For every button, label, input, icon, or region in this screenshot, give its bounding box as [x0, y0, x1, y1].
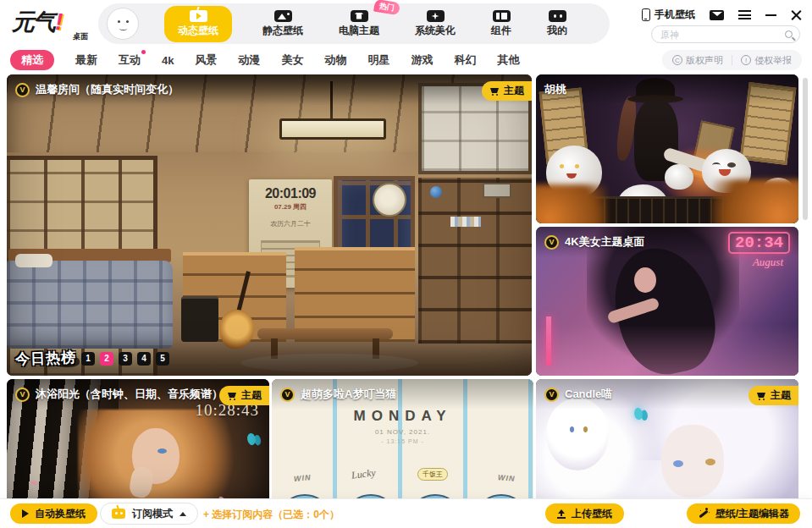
- doraemon-head: [472, 481, 533, 499]
- v-badge-icon: V: [280, 388, 295, 402]
- rice-king-tag: 千饭王: [417, 468, 448, 481]
- hot-badge: 热门: [373, 0, 400, 15]
- wallpaper-card-candle[interactable]: 12:06 V Candle喵 主题: [536, 379, 798, 499]
- tab-system-beautify[interactable]: 系统美化: [410, 7, 461, 41]
- cat-eyes: [570, 426, 574, 432]
- weekday-text: MONDAY: [272, 408, 533, 425]
- auto-change-label: 自动换壁纸: [35, 507, 86, 521]
- user-avatar[interactable]: [107, 8, 139, 40]
- category-4k[interactable]: 4k: [162, 54, 174, 67]
- category-game[interactable]: 游戏: [411, 52, 433, 68]
- tab-label: 系统美化: [415, 24, 456, 38]
- hot-rank-1[interactable]: 1: [81, 352, 95, 366]
- report-link[interactable]: ! 侵权举报: [741, 54, 792, 67]
- hot-rank-2[interactable]: 2: [100, 352, 113, 366]
- card-title: 4K美女主题桌面: [565, 234, 645, 250]
- hot-rank-3[interactable]: 3: [119, 352, 132, 366]
- wallpaper-card-sunshine[interactable]: 10:28:43 V 沐浴阳光（含时钟、日期、音乐频谱） 主题: [7, 379, 269, 499]
- app-window: 元气! 桌面 动态壁纸 静态壁纸 电脑主题 热门 系统美化: [0, 0, 812, 528]
- category-other[interactable]: 其他: [497, 52, 519, 68]
- subscribe-mode-dropdown[interactable]: 订阅模式: [100, 503, 198, 525]
- wallpaper-theme-editor-button[interactable]: 壁纸/主题编辑器: [687, 503, 800, 524]
- mail-icon[interactable]: [710, 10, 724, 20]
- select-subscribe-link[interactable]: + 选择订阅内容（已选：0个）: [203, 508, 340, 522]
- category-star[interactable]: 明星: [367, 52, 389, 68]
- chevron-up-icon: [180, 512, 186, 516]
- category-animal[interactable]: 动物: [324, 52, 346, 68]
- category-featured[interactable]: 精选: [10, 50, 54, 70]
- widget-icon: [493, 10, 511, 22]
- card-header: V 超萌多啦A梦叮当猫: [272, 379, 533, 410]
- category-anime[interactable]: 动漫: [238, 52, 260, 68]
- time-text: - 13:15 PM -: [272, 438, 533, 444]
- app-logo: 元气! 桌面: [12, 7, 93, 42]
- category-beauty[interactable]: 美女: [281, 52, 303, 68]
- upload-wallpaper-button[interactable]: 上传壁纸: [545, 503, 624, 524]
- scrollbar-thumb[interactable]: [803, 78, 808, 220]
- close-icon[interactable]: [791, 9, 802, 20]
- logo-subtext: 桌面: [73, 31, 88, 42]
- card-title: Candle喵: [565, 387, 612, 402]
- category-interactive[interactable]: 互动: [119, 52, 141, 68]
- tab-dynamic-wallpaper[interactable]: 动态壁纸: [164, 6, 232, 42]
- tab-label: 组件: [491, 24, 511, 38]
- search-icon[interactable]: [785, 30, 793, 38]
- bottom-toolbar: 自动换壁纸 订阅模式 + 选择订阅内容（已选：0个） 上传壁纸 壁纸/主题编辑器: [0, 499, 812, 528]
- phone-icon: [642, 8, 650, 21]
- wallpaper-card-doraemon[interactable]: MONDAY 01 NOV, 2021. - 13:15 PM - WIN Lu…: [272, 379, 533, 499]
- neon-month: August: [753, 256, 783, 269]
- blue-eye: [673, 460, 683, 467]
- date-text: 01 NOV, 2021.: [272, 428, 533, 436]
- title-bar: 元气! 桌面 动态壁纸 静态壁纸 电脑主题 热门 系统美化: [0, 0, 812, 47]
- win-flag: WIN: [497, 473, 515, 482]
- wallpaper-card-4k-beauty[interactable]: 20:34 August V 4K美女主题桌面: [536, 227, 798, 376]
- card-title: 超萌多啦A梦叮当猫: [301, 387, 396, 402]
- subscribe-mode-label: 订阅模式: [132, 507, 173, 521]
- bed-glow: [536, 325, 798, 376]
- wallpaper-grid: 20:01:09 07.29 周四 农历六月二十: [0, 74, 812, 499]
- hot-rank-4[interactable]: 4: [137, 352, 151, 366]
- card-title: 胡桃: [544, 82, 566, 97]
- tab-static-wallpaper[interactable]: 静态壁纸: [257, 7, 308, 41]
- card-title: 沐浴阳光（含时钟、日期、音乐频谱）: [36, 387, 223, 402]
- tab-pc-theme[interactable]: 电脑主题 热门: [334, 7, 384, 41]
- v-badge-icon: V: [15, 83, 30, 97]
- minimize-icon[interactable]: [765, 14, 776, 16]
- wallpaper-card-featured[interactable]: 20:01:09 07.29 周四 农历六月二十: [7, 74, 532, 376]
- tab-label: 电脑主题: [339, 24, 379, 38]
- v-badge-icon: V: [544, 388, 559, 402]
- search-input[interactable]: [659, 29, 785, 41]
- logo-exclamation: !: [55, 8, 63, 35]
- theme-badge[interactable]: 主题: [482, 81, 532, 101]
- win-flag: WIN: [294, 473, 312, 483]
- category-scifi[interactable]: 科幻: [454, 52, 476, 68]
- today-hot-list: 今日热榜 1 2 3 4 5: [15, 349, 169, 368]
- tab-mine[interactable]: 我的: [542, 7, 572, 41]
- tab-widgets[interactable]: 组件: [486, 7, 516, 41]
- menu-icon[interactable]: [738, 10, 751, 19]
- report-label: 侵权举报: [754, 54, 792, 67]
- tab-label: 动态壁纸: [178, 24, 218, 38]
- theme-badge[interactable]: 主题: [219, 386, 269, 405]
- copyright-label: 版权声明: [686, 54, 723, 67]
- cart-icon: [489, 87, 500, 96]
- ghost: [665, 164, 693, 190]
- phone-wallpaper-button[interactable]: 手机壁纸: [642, 8, 695, 22]
- phone-wallpaper-label: 手机壁纸: [655, 8, 695, 22]
- magic-wand-icon: [698, 508, 710, 520]
- category-newest[interactable]: 最新: [75, 52, 97, 68]
- category-label: 互动: [119, 53, 141, 66]
- editor-label: 壁纸/主题编辑器: [715, 507, 789, 521]
- theme-badge[interactable]: 主题: [748, 386, 798, 405]
- search-box: [651, 25, 800, 43]
- category-scenery[interactable]: 风景: [195, 52, 217, 68]
- auto-change-wallpaper-button[interactable]: 自动换壁纸: [10, 503, 97, 524]
- tab-label: 我的: [547, 24, 567, 38]
- wallpaper-card-hutao[interactable]: 胡桃: [536, 74, 798, 223]
- v-badge-icon: V: [15, 388, 30, 402]
- hot-rank-5[interactable]: 5: [156, 352, 169, 366]
- tshirt-icon: [351, 10, 368, 22]
- copyright-link[interactable]: C 版权声明: [672, 54, 723, 67]
- tv-icon: [112, 509, 125, 519]
- copyright-icon: C: [672, 55, 682, 65]
